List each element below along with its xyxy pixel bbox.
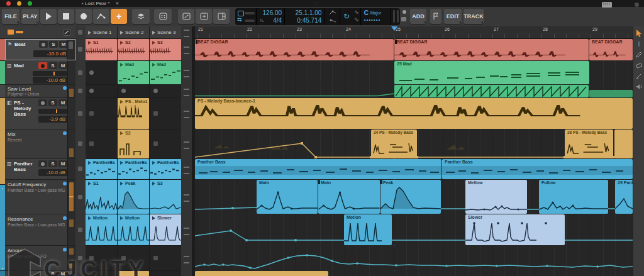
clip-slot[interactable] (150, 246, 181, 270)
scene-header-1[interactable]: Scene 1 (86, 26, 117, 38)
file-menu-button[interactable]: FILE (2, 9, 19, 24)
scene-header-2[interactable]: Scene 2 (118, 26, 149, 38)
groove-button[interactable] (154, 9, 172, 24)
track-header-mad[interactable]: ▥ Mad S M -10.0 dB (5, 61, 75, 84)
clip-slot[interactable] (86, 61, 117, 84)
timeline-ruler[interactable]: 21 22 23 24 25 26 27 28 29 (195, 26, 633, 39)
record-arm-button[interactable] (39, 41, 48, 48)
edge-strip-saw[interactable] (0, 85, 5, 97)
lane-name[interactable]: Amount (8, 248, 25, 253)
launcher-clip-pantherbs[interactable]: PantherBs (86, 159, 117, 179)
marker-button[interactable] (430, 9, 441, 24)
arranger-row-amount[interactable] (195, 246, 633, 270)
pan-slider[interactable] (33, 71, 67, 76)
arranger-clip-partial[interactable] (195, 271, 328, 276)
follow-icon[interactable]: ⇆ (237, 16, 242, 23)
launcher-clip-s1[interactable]: S1 (86, 39, 117, 60)
launcher-view-icon[interactable] (8, 30, 14, 35)
empty-slot-dot[interactable] (121, 89, 126, 93)
stop-clip-button[interactable] (78, 47, 82, 52)
empty-slot-stop[interactable] (153, 141, 158, 146)
scene-overflow-icon[interactable] (184, 256, 189, 263)
crossfade-icon[interactable]: ∿ (354, 16, 359, 23)
punch-in-icon[interactable] (329, 10, 337, 16)
clip-slot[interactable] (86, 271, 117, 276)
record-arm-button[interactable] (38, 62, 47, 69)
mute-button[interactable]: M (58, 62, 67, 69)
lane-header-cutoff[interactable]: Cutoff Frequency Panther Bass › Low-pass… (5, 180, 75, 214)
scene-overflow-icon[interactable] (184, 194, 189, 202)
track-meter[interactable] (67, 98, 75, 129)
launcher-clip-mad[interactable]: Mad (118, 61, 149, 84)
add-track-plus-icon[interactable]: + (0, 266, 5, 272)
empty-slot-stop[interactable] (89, 141, 94, 146)
stop-clip-button[interactable] (78, 228, 82, 232)
clip-slot[interactable] (86, 98, 117, 129)
keyboard-icon[interactable] (602, 2, 612, 8)
transport-slider[interactable] (245, 12, 255, 14)
stop-clip-button[interactable] (78, 195, 82, 199)
edge-strip-beat[interactable] (0, 39, 5, 60)
launcher-clip-pantherbs[interactable]: PantherBs (150, 159, 181, 179)
clip-slot[interactable]: PantherBs (86, 159, 117, 179)
edge-strip-panther[interactable] (0, 185, 5, 270)
pen-tool[interactable] (635, 50, 643, 59)
zoom-selection-button[interactable] (196, 9, 212, 24)
arranger-row-ps[interactable]: PS - Melody Bass-bounce-1 (195, 98, 633, 129)
arranger-row-mad[interactable]: 25 Mad (195, 61, 633, 84)
volume-value[interactable]: -10.0 dB (33, 50, 68, 57)
group-collapse-icon[interactable]: ⌄ (0, 185, 5, 190)
solo-button[interactable]: S (48, 62, 57, 69)
close-tab-icon[interactable]: ✕ (115, 1, 119, 6)
scene-overflow-icon[interactable] (184, 47, 189, 54)
lane-fader[interactable] (67, 180, 75, 214)
launcher-clip-cutoff-s1[interactable]: S1 (86, 180, 117, 214)
loop-cell[interactable]: ↻ ∿ ∿ (340, 8, 361, 25)
arranger-clip-24-ps[interactable]: 24 PS - Melody Bass (371, 130, 417, 158)
empty-slot-dot[interactable] (89, 70, 94, 75)
solo-button[interactable]: S (49, 41, 58, 48)
scene-play-icon[interactable] (88, 31, 91, 35)
launcher-clip-ps-melo1[interactable]: PS - Melo1 (118, 98, 149, 129)
automation-active-dot[interactable] (63, 131, 67, 135)
arranger-clip-28-ps[interactable]: 28 PS - Melody Bass (565, 130, 613, 158)
launcher-clip-s3[interactable]: S3 (150, 39, 181, 60)
mixer-icon[interactable] (63, 29, 70, 36)
track-meter[interactable] (67, 40, 75, 60)
lane-header-mix[interactable]: Mix Reverb (5, 130, 75, 158)
pointer-tool[interactable] (635, 29, 643, 38)
clip-slot[interactable]: S2 (118, 130, 149, 158)
track-name[interactable]: Panther Bass (14, 161, 38, 172)
clip-slot[interactable] (118, 85, 149, 97)
toggle-panels-button[interactable] (213, 9, 230, 24)
arranger-clip-beat-diggar[interactable]: BEAT DIGGAR (394, 39, 589, 60)
scene-overflow-icon[interactable] (184, 89, 189, 96)
arranger-clip-peak[interactable]: Peak (380, 180, 441, 214)
lane-fader[interactable] (67, 214, 75, 245)
record-button[interactable] (75, 9, 92, 24)
arranger-clip-beat-diggar[interactable]: BEAT DIGGAR (589, 39, 633, 60)
launcher-clip-motion[interactable]: Motion (86, 214, 117, 245)
arranger-row-beat[interactable]: BEAT DIGGAR BEAT DIGGAR BEAT DIGGAR (195, 39, 633, 60)
stop-clip-button[interactable] (78, 167, 82, 171)
key-cell[interactable]: C Major ••••••• (361, 8, 391, 25)
key-root[interactable]: C (364, 9, 369, 16)
saw-automation-region[interactable] (394, 85, 589, 97)
volume-value[interactable]: -10.0 dB (38, 169, 67, 176)
saw-automation-tail[interactable] (589, 90, 633, 97)
launcher-clip-s2[interactable]: S2 (118, 39, 149, 60)
scene-play-icon[interactable] (152, 31, 155, 35)
clip-slot[interactable] (86, 246, 117, 270)
lane-fader[interactable] (67, 85, 75, 97)
empty-slot-stop[interactable] (89, 256, 94, 260)
empty-slot-stop[interactable] (153, 111, 158, 116)
automation-active-dot[interactable] (63, 248, 67, 251)
volume-value[interactable]: -10.0 dB (33, 77, 67, 84)
document-tab[interactable]: ▪ Lost Pear * ✕ (82, 1, 119, 6)
track-button[interactable]: TRACK (464, 9, 484, 24)
track-header-panther-bass[interactable]: ▥ Panther Bass S M -10.0 dB (5, 159, 75, 179)
play-menu-button[interactable]: PLAY (21, 9, 39, 24)
arranger-clip-panther-bass[interactable]: Panther Bass (195, 159, 441, 179)
scene-overflow-icon[interactable] (184, 228, 189, 235)
lane-name[interactable]: Mix (8, 131, 15, 137)
